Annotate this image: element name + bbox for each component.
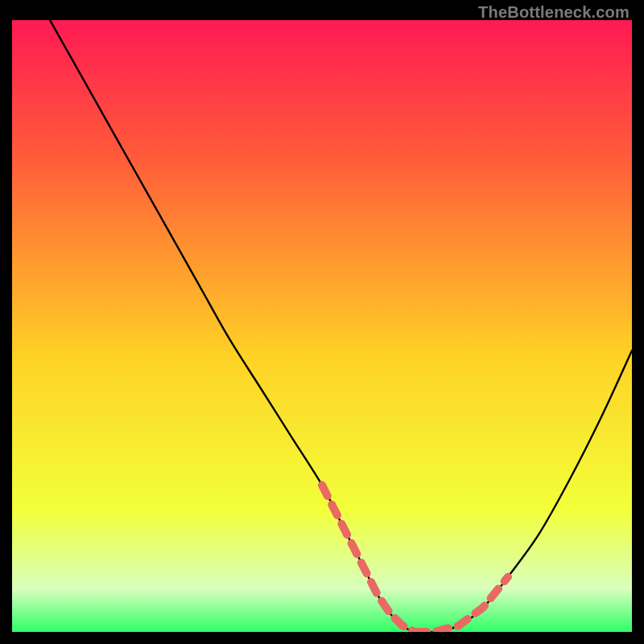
attribution-text: TheBottleneck.com (478, 3, 630, 22)
gradient-background (12, 20, 632, 632)
bottleneck-chart (12, 20, 632, 632)
chart-frame (12, 20, 632, 632)
